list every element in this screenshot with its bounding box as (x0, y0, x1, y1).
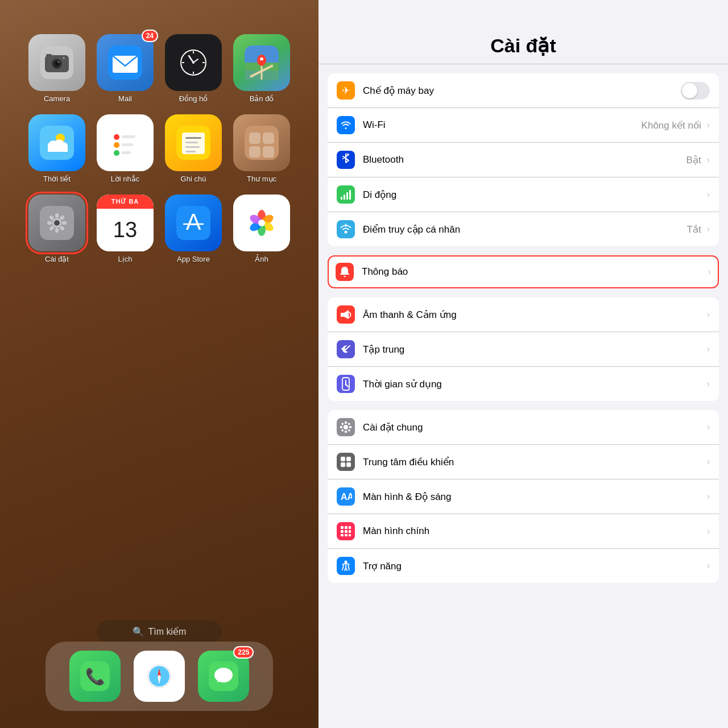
cellular-row[interactable]: Di động › (328, 177, 719, 212)
app-appstore[interactable]: A App Store (162, 195, 225, 263)
photos-icon (233, 195, 290, 251)
svg-rect-55 (55, 228, 59, 233)
svg-text:A: A (186, 209, 201, 234)
svg-rect-108 (346, 462, 351, 467)
display-row[interactable]: AA Màn hình & Độ sáng › (328, 479, 719, 514)
svg-rect-106 (346, 457, 351, 461)
svg-text:AA: AA (341, 492, 352, 502)
notifications-chevron: › (708, 267, 711, 277)
reminders-label: Lời nhắc (111, 175, 140, 183)
settings-panel: Cài đặt ✈ Chế độ máy bay Wi-Fi (318, 0, 728, 728)
homescreen-chevron: › (707, 526, 710, 536)
cellular-label: Di động (363, 189, 705, 201)
svg-point-82 (214, 668, 233, 682)
weather-label: Thời tiết (43, 175, 71, 183)
general-row[interactable]: Cài đặt chung › (328, 410, 719, 445)
search-icon: 🔍 (133, 626, 144, 637)
control-center-chevron: › (707, 457, 710, 467)
app-maps[interactable]: Bản đồ (230, 34, 293, 103)
svg-point-7 (63, 57, 65, 59)
svg-rect-33 (108, 126, 142, 160)
search-bar[interactable]: 🔍 Tìm kiếm (97, 621, 222, 643)
general-icon (337, 418, 355, 436)
svg-point-72 (258, 220, 265, 226)
svg-rect-57 (62, 221, 67, 225)
dock-phone[interactable]: 📞 (69, 651, 121, 702)
wifi-label: Wi-Fi (363, 119, 642, 131)
display-label: Màn hình & Độ sáng (363, 491, 705, 503)
hotspot-chevron: › (707, 224, 710, 234)
sounds-row[interactable]: Âm thanh & Cảm ứng › (328, 297, 719, 332)
notifications-label: Thông báo (362, 266, 706, 278)
maps-label: Bản đồ (250, 94, 274, 103)
svg-rect-111 (345, 526, 348, 529)
app-folder[interactable]: Thư mục (230, 114, 293, 183)
app-notes[interactable]: Ghi chú (162, 114, 225, 183)
app-clock[interactable]: Đồng hồ (162, 34, 225, 103)
notifications-icon (336, 263, 354, 281)
sounds-icon (337, 305, 355, 324)
svg-point-119 (345, 561, 348, 564)
bluetooth-value: Bật (686, 154, 701, 166)
safari-icon (134, 651, 185, 702)
accessibility-row[interactable]: Trợ năng › (328, 549, 719, 583)
focus-chevron: › (707, 344, 710, 354)
bluetooth-icon (337, 151, 355, 169)
app-calendar[interactable]: THỨ BA 13 Lịch (94, 195, 156, 263)
svg-rect-50 (263, 146, 274, 158)
svg-text:📞: 📞 (85, 667, 105, 686)
svg-point-53 (54, 220, 60, 226)
svg-rect-105 (341, 457, 345, 461)
app-weather[interactable]: Thời tiết (26, 114, 88, 183)
svg-rect-99 (340, 426, 342, 428)
homescreen-row[interactable]: Màn hình chính › (328, 514, 719, 549)
mail-icon: 24 (97, 34, 154, 91)
notifications-group: Thông báo › (328, 255, 719, 288)
accessibility-label: Trợ năng (363, 560, 705, 572)
screentime-row[interactable]: Thời gian sử dụng › (328, 367, 719, 401)
notes-label: Ghi chú (181, 175, 206, 183)
control-center-icon (337, 453, 355, 471)
svg-point-38 (114, 150, 119, 156)
screentime-icon (337, 375, 355, 393)
airplane-mode-row[interactable]: ✈ Chế độ máy bay (328, 73, 719, 108)
settings-title: Cài đặt (318, 0, 728, 64)
svg-rect-118 (349, 534, 351, 536)
app-mail[interactable]: 24 Mail (94, 34, 156, 103)
connectivity-group: ✈ Chế độ máy bay Wi-Fi Không kết nối › (328, 73, 719, 246)
svg-rect-49 (249, 146, 260, 158)
phone-icon: 📞 (69, 651, 121, 702)
svg-rect-102 (348, 423, 350, 425)
svg-rect-101 (341, 423, 344, 425)
hotspot-row[interactable]: Điểm truy cập cá nhân Tắt › (328, 212, 719, 246)
bluetooth-row[interactable]: Bluetooth Bật › (328, 143, 719, 177)
app-camera[interactable]: Camera (26, 34, 88, 103)
svg-rect-116 (341, 534, 344, 536)
svg-rect-90 (341, 313, 344, 317)
calendar-day-num: 13 (113, 209, 137, 251)
svg-rect-97 (345, 421, 347, 424)
app-grid: Camera 24 Mail (26, 34, 293, 263)
dock-safari[interactable] (134, 651, 185, 702)
svg-rect-117 (345, 534, 348, 536)
control-center-row[interactable]: Trung tâm điều khiển › (328, 445, 719, 479)
app-settings[interactable]: Cài đặt (26, 195, 88, 263)
sounds-label: Âm thanh & Cảm ứng (363, 309, 705, 321)
app-photos[interactable]: Ảnh (230, 195, 293, 263)
notifications-row[interactable]: Thông báo › (328, 255, 719, 288)
dock-messages[interactable]: 225 (198, 651, 249, 702)
wifi-row[interactable]: Wi-Fi Không kết nối › (328, 108, 719, 143)
bluetooth-label: Bluetooth (363, 154, 686, 166)
clock-label: Đồng hồ (179, 94, 208, 103)
svg-rect-35 (122, 135, 135, 138)
svg-rect-39 (122, 151, 131, 154)
settings-label: Cài đặt (45, 255, 69, 263)
airplane-toggle[interactable] (681, 82, 710, 100)
messages-badge: 225 (233, 646, 254, 659)
app-reminders[interactable]: Lời nhắc (94, 114, 156, 183)
svg-rect-87 (349, 190, 351, 200)
focus-icon (337, 340, 355, 358)
svg-rect-110 (341, 526, 344, 529)
svg-point-80 (158, 675, 160, 677)
focus-row[interactable]: Tập trung › (328, 332, 719, 367)
